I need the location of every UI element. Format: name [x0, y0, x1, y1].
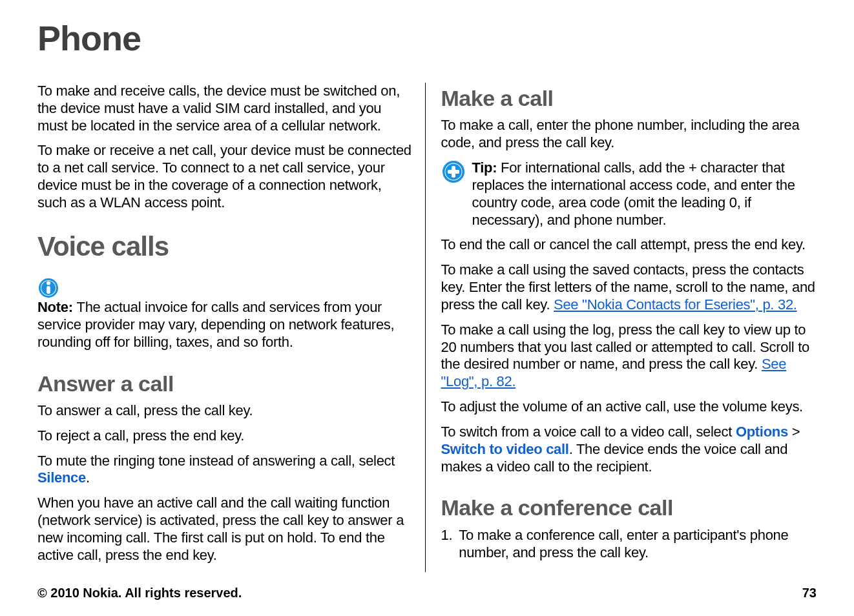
volume-paragraph: To adjust the volume of an active call, … [441, 398, 817, 416]
contacts-paragraph: To make a call using the saved contacts,… [441, 262, 817, 313]
answer-call-heading: Answer a call [37, 371, 413, 397]
right-column: Make a call To make a call, enter the ph… [425, 83, 817, 572]
tip-body: For international calls, add the + chara… [472, 159, 795, 227]
step-number: 1. [441, 527, 453, 562]
tip-text: Tip: For international calls, add the + … [472, 159, 817, 229]
note-paragraph: Note: The actual invoice for calls and s… [37, 277, 413, 351]
angle-separator: > [788, 424, 800, 440]
conference-call-heading: Make a conference call [441, 495, 817, 521]
step-text: To make a conference call, enter a parti… [459, 527, 817, 562]
conference-step-1: 1. To make a conference call, enter a pa… [441, 527, 817, 562]
switch-pre: To switch from a voice call to a video c… [441, 424, 736, 440]
answer-p2: To reject a call, press the end key. [37, 427, 413, 445]
mute-paragraph: To mute the ringing tone instead of answ… [37, 453, 413, 488]
content-columns: To make and receive calls, the device mu… [37, 83, 817, 572]
intro-paragraph-1: To make and receive calls, the device mu… [37, 83, 413, 134]
answer-p1: To answer a call, press the call key. [37, 402, 413, 420]
page-number: 73 [802, 586, 817, 601]
note-label: Note: [37, 299, 77, 315]
left-column: To make and receive calls, the device mu… [37, 83, 425, 572]
log-pre: To make a call using the log, press the … [441, 322, 810, 373]
mute-post: . [86, 469, 90, 486]
call-waiting-paragraph: When you have an active call and the cal… [37, 495, 413, 564]
mute-pre: To mute the ringing tone instead of answ… [37, 453, 395, 469]
note-icon [37, 277, 413, 299]
page-title: Phone [37, 18, 817, 58]
svg-rect-3 [47, 286, 50, 294]
page-footer: © 2010 Nokia. All rights reserved. 73 [37, 586, 817, 601]
tip-label: Tip: [472, 159, 501, 176]
options-label: Options [736, 424, 788, 440]
svg-point-4 [47, 282, 50, 285]
log-paragraph: To make a call using the log, press the … [441, 322, 817, 391]
silence-option: Silence [37, 469, 86, 486]
make-call-p1: To make a call, enter the phone number, … [441, 117, 817, 152]
contacts-link[interactable]: See "Nokia Contacts for Eseries", p. 32. [554, 296, 797, 313]
end-call-paragraph: To end the call or cancel the call attem… [441, 236, 817, 254]
switch-to-video-label: Switch to video call [441, 441, 569, 457]
make-call-heading: Make a call [441, 85, 817, 112]
svg-rect-9 [448, 170, 459, 174]
tip-block: Tip: For international calls, add the + … [441, 159, 817, 229]
switch-to-video-paragraph: To switch from a voice call to a video c… [441, 424, 817, 475]
copyright-text: © 2010 Nokia. All rights reserved. [37, 586, 242, 601]
note-body: The actual invoice for calls and service… [37, 299, 394, 350]
tip-icon [441, 159, 466, 184]
voice-calls-heading: Voice calls [37, 230, 413, 263]
intro-paragraph-2: To make or receive a net call, your devi… [37, 142, 413, 211]
